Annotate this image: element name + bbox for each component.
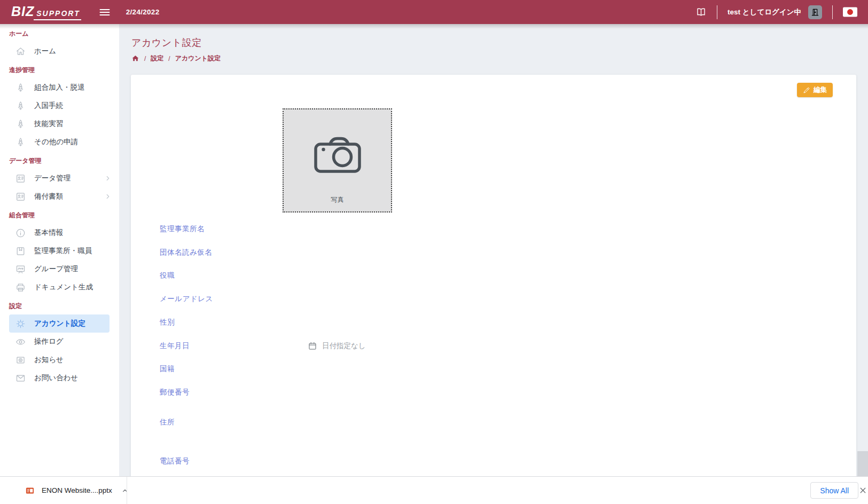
sidebar-item-label: 備付書類 bbox=[34, 192, 63, 201]
field-row: 役職 bbox=[160, 270, 824, 281]
field-label: 役職 bbox=[160, 271, 175, 280]
mail-icon bbox=[15, 373, 26, 384]
powerpoint-file-icon bbox=[25, 486, 35, 495]
info-icon bbox=[15, 227, 26, 239]
field-row: 住所 bbox=[160, 416, 824, 428]
field-label: 国籍 bbox=[160, 364, 175, 374]
sidebar-item-label: 入国手続 bbox=[34, 101, 63, 111]
sidebar-section-label: 設定 bbox=[0, 301, 119, 311]
sidebar-item[interactable]: データ管理 bbox=[0, 169, 119, 187]
sidebar-item-label: お知らせ bbox=[34, 355, 64, 365]
field-row: 団体名読み仮名 bbox=[160, 247, 824, 258]
printer-icon bbox=[15, 282, 26, 293]
manual-book-icon[interactable] bbox=[695, 6, 707, 18]
birthdate-placeholder: 日付指定なし bbox=[322, 341, 366, 351]
sidebar-item-label: ホーム bbox=[34, 46, 56, 56]
field-row: 郵便番号 bbox=[160, 387, 824, 398]
breadcrumb-home-icon[interactable] bbox=[131, 54, 139, 62]
sidebar-item[interactable]: アカウント設定 bbox=[9, 314, 110, 333]
edit-button[interactable]: 編集 bbox=[797, 83, 833, 97]
breadcrumb-separator: / bbox=[144, 55, 146, 62]
hamburger-menu-icon[interactable] bbox=[98, 6, 111, 19]
photo-upload-dropzone[interactable]: 写真 bbox=[283, 108, 392, 212]
downloaded-file-chip[interactable]: ENON Website....pptx bbox=[25, 486, 129, 495]
sidebar-item[interactable]: 備付書類 bbox=[0, 187, 119, 206]
rocket-icon bbox=[15, 100, 26, 112]
breadcrumb: / 設定 / アカウント設定 bbox=[131, 54, 221, 63]
sidebar-item[interactable]: グループ管理 bbox=[0, 260, 119, 278]
sidebar-section-label: ホーム bbox=[0, 28, 119, 39]
birthdate-display[interactable]: 日付指定なし bbox=[308, 341, 366, 351]
sidebar-item-label: 監理事業所・職員 bbox=[34, 246, 92, 256]
field-label: 郵便番号 bbox=[160, 388, 190, 397]
field-row: 電話番号 bbox=[160, 455, 824, 467]
id-card-icon bbox=[15, 173, 26, 184]
rocket-icon bbox=[15, 82, 26, 93]
camera-icon bbox=[312, 133, 363, 175]
main-content: アカウント設定 / 設定 / アカウント設定 編集 写真 監理事業所名団体名読み… bbox=[119, 24, 868, 476]
sidebar-item-label: お問い合わせ bbox=[34, 373, 78, 383]
field-row: 性別 bbox=[160, 317, 824, 328]
field-label: 電話番号 bbox=[160, 456, 190, 466]
sidebar-section: 組合管理基本情報監理事業所・職員グループ管理ドキュメント生成 bbox=[0, 210, 119, 296]
chevron-right-icon bbox=[104, 193, 112, 200]
sidebar-item[interactable]: 基本情報 bbox=[0, 224, 119, 242]
japan-flag-icon[interactable] bbox=[843, 7, 857, 17]
show-all-button[interactable]: Show All bbox=[810, 482, 858, 499]
sidebar-section-label: 進捗管理 bbox=[0, 65, 119, 75]
login-status: test としてログイン中 bbox=[728, 7, 801, 17]
sidebar-item[interactable]: お知らせ bbox=[0, 351, 119, 369]
field-label: メールアドレス bbox=[160, 294, 213, 304]
sidebar-item-label: その他の申請 bbox=[34, 137, 78, 147]
sidebar-item[interactable]: 入国手続 bbox=[0, 97, 119, 115]
app-header: BIZ SUPPORT 2/24/2022 test としてログイン中 bbox=[0, 0, 868, 24]
logo-primary-text: BIZ bbox=[11, 4, 34, 19]
download-bar: ENON Website....pptx Show All bbox=[0, 476, 868, 504]
sidebar-item[interactable]: 組合加入・脱退 bbox=[0, 78, 119, 97]
field-row: 国籍 bbox=[160, 363, 824, 375]
caret-up-icon[interactable] bbox=[121, 486, 129, 495]
sidebar-nav: ホームホーム進捗管理組合加入・脱退入国手続技能実習その他の申請データ管理データ管… bbox=[0, 28, 119, 387]
header-divider bbox=[832, 5, 833, 19]
field-label: 住所 bbox=[160, 418, 175, 427]
header-date: 2/24/2022 bbox=[126, 8, 160, 16]
sidebar-section: 進捗管理組合加入・脱退入国手続技能実習その他の申請 bbox=[0, 65, 119, 151]
vertical-scrollbar-thumb[interactable] bbox=[857, 451, 868, 476]
sidebar-item[interactable]: 操作ログ bbox=[0, 333, 119, 351]
logout-button[interactable] bbox=[808, 5, 822, 19]
sidebar-item[interactable]: 監理事業所・職員 bbox=[0, 242, 119, 260]
sidebar-item[interactable]: その他の申請 bbox=[0, 133, 119, 151]
sidebar-section-label: データ管理 bbox=[0, 155, 119, 166]
sidebar-item-label: 基本情報 bbox=[34, 228, 63, 238]
sidebar-item[interactable]: 技能実習 bbox=[0, 115, 119, 133]
field-label: 性別 bbox=[160, 318, 175, 327]
sidebar-item[interactable]: お問い合わせ bbox=[0, 369, 119, 387]
announcement-icon bbox=[15, 355, 26, 366]
presentation-icon bbox=[15, 264, 26, 275]
logo-secondary-text: SUPPORT bbox=[34, 9, 81, 20]
field-row: 監理事業所名 bbox=[160, 223, 824, 235]
breadcrumb-separator: / bbox=[168, 55, 170, 62]
sidebar-section-label: 組合管理 bbox=[0, 210, 119, 220]
sidebar: ホームホーム進捗管理組合加入・脱退入国手続技能実習その他の申請データ管理データ管… bbox=[0, 24, 119, 476]
breadcrumb-item-settings[interactable]: 設定 bbox=[151, 54, 163, 63]
field-row: メールアドレス bbox=[160, 293, 824, 305]
chevron-right-icon bbox=[104, 175, 112, 182]
close-download-bar-icon[interactable] bbox=[858, 486, 867, 495]
notebook-icon bbox=[15, 246, 26, 257]
app-logo[interactable]: BIZ SUPPORT bbox=[11, 4, 81, 20]
home-icon bbox=[15, 46, 26, 57]
sidebar-item[interactable]: ホーム bbox=[0, 42, 119, 60]
breadcrumb-item-account-settings[interactable]: アカウント設定 bbox=[175, 54, 221, 63]
eye-icon bbox=[15, 336, 26, 348]
downloaded-file-name: ENON Website....pptx bbox=[42, 486, 112, 494]
sidebar-item[interactable]: ドキュメント生成 bbox=[0, 278, 119, 296]
sidebar-item-label: アカウント設定 bbox=[34, 319, 85, 328]
field-row: 生年月日日付指定なし bbox=[160, 340, 824, 352]
download-bar-divider bbox=[127, 477, 127, 504]
page-title: アカウント設定 bbox=[131, 36, 202, 49]
rocket-icon bbox=[15, 119, 26, 130]
calendar-icon bbox=[308, 341, 317, 351]
account-settings-card: 編集 写真 監理事業所名団体名読み仮名役職メールアドレス性別生年月日日付指定なし… bbox=[131, 75, 856, 476]
sidebar-item-label: グループ管理 bbox=[34, 264, 78, 274]
